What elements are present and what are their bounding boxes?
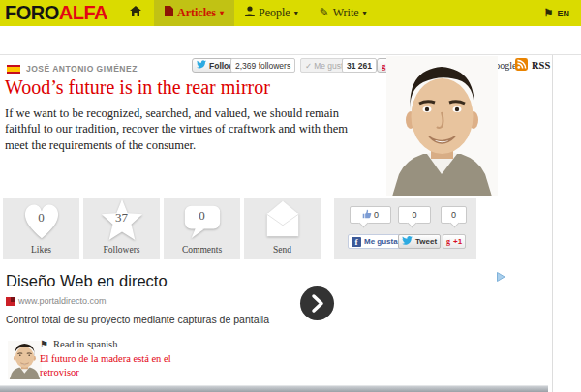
speech-bubble-icon: 0 bbox=[164, 198, 240, 241]
likes-stat-box[interactable]: 0 Likes bbox=[3, 198, 79, 259]
author-name: JOSÉ ANTONIO GIMÉNEZ bbox=[26, 64, 138, 74]
article-title[interactable]: Wood’s future is in the rear mirror bbox=[5, 76, 382, 98]
ad-url: www.portaldirecto.com bbox=[18, 296, 107, 306]
language-label: EN bbox=[557, 9, 569, 18]
send-label: Send bbox=[244, 245, 321, 255]
adchoices-icon[interactable] bbox=[495, 269, 506, 281]
chevron-down-icon: ▾ bbox=[220, 10, 224, 17]
nav-label: Articles bbox=[177, 6, 216, 20]
chevron-right-icon bbox=[300, 286, 334, 320]
facebook-icon: f bbox=[352, 237, 361, 247]
followers-stat-box[interactable]: 37 Followers bbox=[83, 198, 160, 259]
check-icon: ✓ bbox=[305, 61, 312, 71]
nav-label: Write bbox=[333, 6, 359, 20]
heart-icon: 0 bbox=[3, 198, 79, 241]
nav-item-articles[interactable]: Articles ▾ bbox=[154, 0, 234, 26]
facebook-like-label: Me gusta bbox=[364, 237, 398, 246]
google-plus-one-share-button[interactable]: g +1 bbox=[443, 234, 466, 249]
facebook-count: 0 bbox=[374, 210, 379, 220]
followers-count: 2,369 followers bbox=[235, 61, 290, 71]
envelope-icon bbox=[244, 198, 321, 241]
tweet-button[interactable]: Tweet bbox=[398, 234, 441, 249]
document-icon bbox=[165, 6, 173, 20]
tweet-count-bubble: 0 bbox=[398, 206, 431, 224]
google-g-icon: g bbox=[446, 237, 450, 246]
site-logo[interactable]: FOROALFA bbox=[5, 0, 107, 26]
flag-icon: ⚑ bbox=[544, 8, 554, 18]
twitter-bird-icon bbox=[402, 236, 413, 247]
author-photo bbox=[386, 56, 498, 196]
followers-label: Followers bbox=[83, 245, 160, 255]
byline[interactable]: JOSÉ ANTONIO GIMÉNEZ bbox=[7, 64, 138, 74]
nav-label: People bbox=[259, 6, 290, 20]
plus-one-share-label: +1 bbox=[453, 237, 462, 246]
followers-count: 37 bbox=[83, 210, 160, 226]
read-in-spanish-label: Read in spanish bbox=[53, 339, 118, 349]
ad-url-row[interactable]: www.portaldirecto.com bbox=[6, 296, 107, 306]
logo-part-1: FORO bbox=[5, 2, 59, 23]
rss-link[interactable]: RSS bbox=[515, 58, 550, 73]
content-right-border bbox=[552, 55, 553, 392]
star-icon: 37 bbox=[83, 198, 160, 241]
chevron-down-icon: ▾ bbox=[294, 10, 298, 17]
share-widget-box: 0 0 0 f Me gusta Tweet g +1 bbox=[334, 198, 476, 259]
nav-home[interactable] bbox=[117, 0, 154, 26]
main-nav: Articles ▾ People ▾ ✎ Write ▾ bbox=[117, 0, 378, 26]
plus-one-count-bubble: 0 bbox=[441, 206, 467, 224]
twitter-bird-icon bbox=[197, 60, 206, 71]
google-g-icon: g bbox=[382, 61, 385, 71]
logo-part-2: ALFA bbox=[59, 2, 107, 23]
followers-count-box: 2,369 followers bbox=[230, 58, 295, 73]
header-bar: FOROALFA Articles ▾ People ▾ ✎ Write ▾ ⚑ bbox=[0, 0, 581, 26]
comments-stat-box[interactable]: 0 Comments bbox=[164, 198, 240, 259]
nav-item-write[interactable]: ✎ Write ▾ bbox=[309, 0, 378, 26]
tweet-count: 0 bbox=[412, 210, 416, 220]
nav-item-people[interactable]: People ▾ bbox=[234, 0, 309, 26]
rss-icon bbox=[515, 58, 528, 73]
rss-label: RSS bbox=[532, 60, 550, 71]
ad-title[interactable]: Diseño Web en directo bbox=[6, 272, 168, 290]
spain-flag-icon bbox=[7, 65, 20, 74]
article-summary: If we want to be recognized, searched, a… bbox=[5, 106, 371, 153]
send-stat-box[interactable]: Send bbox=[244, 198, 321, 259]
page: FOROALFA Articles ▾ People ▾ ✎ Write ▾ ⚑ bbox=[0, 0, 581, 392]
author-thumbnail[interactable] bbox=[8, 341, 42, 379]
flag-icon: ⚑ bbox=[40, 340, 48, 349]
facebook-like-button[interactable]: f Me gusta bbox=[348, 234, 402, 249]
pencil-icon: ✎ bbox=[320, 6, 329, 20]
language-switcher[interactable]: ⚑ EN bbox=[544, 0, 569, 26]
likes-count: 0 bbox=[3, 210, 79, 226]
ad-arrow-button[interactable] bbox=[300, 286, 334, 320]
likes-label: Likes bbox=[3, 245, 79, 255]
read-in-spanish-row: ⚑ Read in spanish bbox=[40, 339, 117, 349]
like-count-box: 31 261 bbox=[342, 58, 377, 73]
thumbs-up-icon bbox=[362, 209, 372, 221]
spanish-article-link[interactable]: El futuro de la madera está en el retrov… bbox=[40, 352, 197, 379]
facebook-count-bubble: 0 bbox=[350, 206, 391, 224]
tweet-label: Tweet bbox=[415, 237, 437, 246]
social-follow-bar: Follow 2,369 followers ✓ Me gusta 31 261… bbox=[0, 26, 581, 55]
like-count: 31 261 bbox=[347, 61, 372, 71]
ad-description: Control total de su proyecto mediante ca… bbox=[6, 314, 269, 325]
bottom-bar bbox=[0, 385, 548, 392]
chevron-down-icon: ▾ bbox=[363, 10, 367, 17]
person-icon bbox=[245, 6, 255, 20]
comments-count: 0 bbox=[164, 208, 240, 224]
plus-one-count: 0 bbox=[451, 210, 456, 220]
comments-label: Comments bbox=[164, 245, 240, 255]
home-icon bbox=[130, 6, 141, 20]
ad-favicon bbox=[6, 297, 15, 306]
